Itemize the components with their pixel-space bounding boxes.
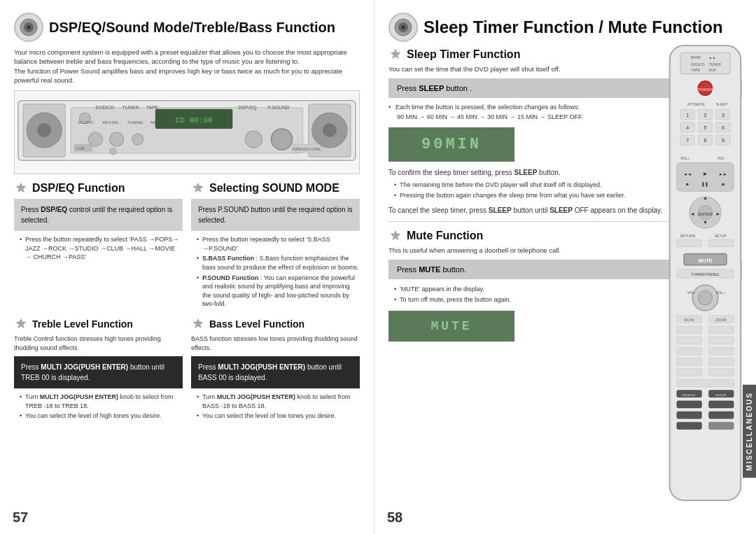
remote-control: BAND ▲▲ DVD/CD TUNER TAPE AUX POWER ATT/…	[665, 42, 746, 504]
soundmode-header: Selecting SOUND MODE	[191, 181, 360, 195]
svg-text:2: 2	[704, 113, 707, 118]
left-page-header: DSP/EQ/Sound Mode/Treble/Bass Function	[14, 13, 360, 42]
svg-rect-122	[677, 379, 734, 386]
svg-marker-39	[17, 320, 25, 328]
svg-point-27	[110, 148, 117, 155]
svg-text:▲▲: ▲▲	[709, 55, 716, 59]
svg-text:REV.DG.: REV.DG.	[103, 120, 120, 125]
treble-bullets: Turn MULTI JOG(PUSH ENTER) knob to selec…	[14, 393, 183, 421]
svg-text:7: 7	[686, 138, 689, 143]
svg-rect-51	[680, 52, 730, 73]
svg-text:◄◄: ◄◄	[683, 171, 692, 176]
svg-text:OPEN/CLOSE: OPEN/CLOSE	[293, 147, 320, 151]
bass-bullet-1: Turn MULTI JOG(PUSH ENTER) knob to selec…	[197, 393, 360, 410]
svg-rect-118	[677, 358, 702, 365]
svg-text:▲: ▲	[703, 195, 708, 201]
svg-text:REPEAT: REPEAT	[715, 393, 727, 397]
treble-instruction: Press MULTI JOG(PUSH ENTER) button until…	[14, 356, 183, 388]
svg-point-22	[132, 134, 144, 145]
svg-text:ENTER: ENTER	[698, 211, 713, 216]
svg-point-10	[323, 123, 337, 137]
left-page-title: DSP/EQ/Sound Mode/Treble/Bass Function	[49, 20, 335, 36]
svg-text:ATT/MUTE: ATT/MUTE	[687, 102, 706, 106]
svg-text:USB: USB	[76, 146, 84, 150]
svg-rect-114	[677, 337, 702, 344]
speaker-icon-right	[388, 13, 418, 42]
svg-text:DVD/CD: DVD/CD	[95, 105, 114, 110]
svg-rect-99	[709, 239, 734, 246]
dsp-soundmode-section: DSP/EQ Function Press DSP/EQ control unt…	[14, 181, 360, 310]
bass-col: Bass Level Function BASS function stress…	[191, 317, 360, 422]
svg-rect-127	[677, 401, 702, 408]
svg-text:8: 8	[704, 138, 707, 143]
svg-text:VOL-: VOL-	[687, 290, 696, 295]
svg-text:DSP/EQ: DSP/EQ	[238, 105, 257, 111]
sleep-display: 90MIN	[388, 127, 514, 162]
treble-bass-section: Treble Level Function Treble Control fun…	[14, 317, 360, 422]
bass-instruction: Press MULTI JOG(PUSH ENTER) button until…	[191, 356, 360, 388]
svg-text:POWER: POWER	[697, 87, 714, 92]
svg-text:RETURN: RETURN	[680, 234, 695, 238]
svg-point-105	[698, 290, 712, 304]
dsp-bullets: Press the button repeatedly to select 'P…	[14, 235, 183, 262]
svg-text:9: 9	[722, 138, 724, 143]
bass-bullets: Turn MULTI JOG(PUSH ENTER) knob to selec…	[191, 393, 360, 421]
dsp-bullet-1: Press the button repeatedly to select 'P…	[20, 235, 183, 262]
svg-rect-82	[677, 163, 734, 192]
bass-intro: BASS function stresses low tones providi…	[191, 335, 360, 352]
right-page-header: Sleep Timer Function / Mute Function	[388, 13, 742, 42]
svg-text:AUX: AUX	[709, 68, 717, 72]
svg-rect-129	[677, 412, 702, 419]
svg-text:TUNER: TUNER	[122, 105, 139, 110]
treble-bullet-2: You can select the level of high tones y…	[20, 412, 183, 421]
svg-text:MUTE: MUTE	[698, 258, 712, 264]
sleep-title: Sleep Timer Function	[407, 48, 520, 61]
stereo-device-image: CD 00:00 DVD/CD TUNER TAPE DSP/EQ P.SOUN…	[14, 90, 360, 174]
svg-text:BAND: BAND	[691, 55, 701, 59]
svg-marker-47	[391, 50, 400, 58]
svg-rect-117	[709, 348, 734, 355]
treble-header: Treble Level Function	[14, 317, 183, 331]
dsp-title: DSP/EQ Function	[32, 182, 125, 195]
mute-bold: MUTE	[419, 265, 440, 274]
svg-rect-132	[709, 422, 734, 429]
svg-text:▼: ▼	[703, 220, 708, 225]
svg-text:P.SOUND: P.SOUND	[267, 105, 289, 110]
svg-rect-112	[677, 326, 702, 333]
svg-text:►►: ►►	[719, 171, 727, 176]
speaker-icon-left	[14, 13, 43, 42]
svg-text:NEXT: NEXT	[150, 120, 162, 125]
svg-text:DVD/CD: DVD/CD	[691, 62, 705, 66]
left-intro-text: Your micro component system is equipped …	[14, 48, 360, 85]
svg-text:DC.STC.: DC.STC.	[78, 120, 94, 125]
mute-title: Mute Function	[407, 230, 483, 242]
treble-bullet-1: Turn MULTI JOG(PUSH ENTER) knob to selec…	[20, 393, 183, 410]
treble-col: Treble Level Function Treble Control fun…	[14, 317, 183, 422]
svg-text:TUNING/TREBLE: TUNING/TREBLE	[691, 272, 720, 276]
bass-header: Bass Level Function	[191, 317, 360, 331]
soundmode-instruction: Press P.SOUND button until the required …	[191, 199, 360, 231]
svg-text:KARAOKE: KARAOKE	[682, 393, 696, 397]
svg-marker-41	[194, 320, 202, 328]
svg-rect-128	[709, 401, 734, 408]
page-number-left: 57	[13, 510, 28, 526]
svg-rect-116	[677, 348, 702, 355]
soundmode-bullet-2: S.BASS Function : S.Bass function emphas…	[197, 254, 360, 272]
svg-text:►: ►	[715, 211, 720, 217]
svg-text:CD  00:00: CD 00:00	[176, 116, 213, 125]
bass-bullet-2: You can select the level of low tones yo…	[197, 412, 360, 421]
svg-text:SCAN: SCAN	[684, 318, 694, 322]
svg-text:◄: ◄	[690, 211, 695, 217]
svg-text:⏏: ⏏	[721, 181, 725, 186]
soundmode-bullets: Press the button repeatedly to select 'S…	[191, 235, 360, 309]
page-number-right: 58	[387, 510, 402, 526]
svg-text:3: 3	[722, 113, 724, 118]
svg-text:SLEEP: SLEEP	[716, 102, 728, 106]
soundmode-bullet-1: Press the button repeatedly to select 'S…	[197, 235, 360, 253]
soundmode-title: Selecting SOUND MODE	[209, 182, 340, 195]
dsp-col: DSP/EQ Function Press DSP/EQ control unt…	[14, 181, 183, 310]
right-page-title: Sleep Timer Function / Mute Function	[424, 17, 723, 37]
svg-text:TUNING: TUNING	[127, 120, 144, 125]
svg-text:VOL-: VOL-	[718, 156, 726, 160]
svg-point-3	[28, 27, 29, 28]
